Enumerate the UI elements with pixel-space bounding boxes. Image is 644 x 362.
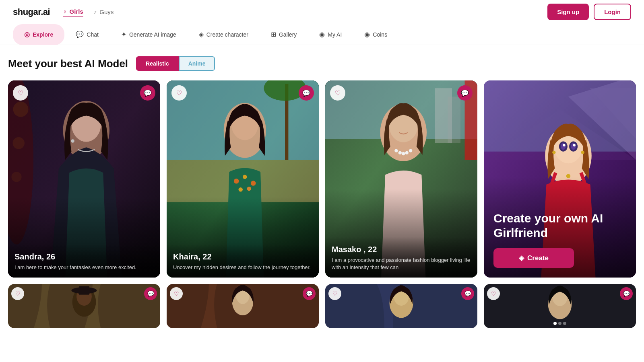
- bottom-card-2-image: [167, 284, 319, 328]
- nav-coins-label: Coins: [373, 31, 387, 38]
- card-info-khaira: Khaira, 22 Uncover my hidden desires and…: [167, 244, 319, 278]
- nav-item-coins[interactable]: ◉ Coins: [353, 24, 398, 45]
- gender-tab-girls[interactable]: ♀ Girls: [63, 6, 83, 17]
- bottom-card-3[interactable]: ♡ 💬: [325, 284, 477, 328]
- style-btn-realistic[interactable]: Realistic: [136, 56, 179, 71]
- chat-icon-bc2: 💬: [306, 290, 313, 297]
- nav-generate-label: Generate AI image: [129, 31, 176, 38]
- bottom-card-3-image: [325, 284, 477, 328]
- svg-point-42: [571, 143, 576, 150]
- card-info-masako: Masako , 22 I am a provocative and passi…: [325, 237, 477, 278]
- like-button-bc3[interactable]: ♡: [328, 287, 341, 300]
- chat-bubble-icon-masako: 💬: [461, 89, 469, 97]
- nav-item-create-character[interactable]: ◈ Create character: [188, 24, 260, 45]
- card-sandra[interactable]: ♡ 💬 Sandra, 26 I am here to make your fa…: [8, 80, 160, 278]
- chat-bubble-icon: 💬: [144, 89, 152, 97]
- nav-item-gallery[interactable]: ⊞ Gallery: [260, 24, 308, 45]
- chat-button-bc2[interactable]: 💬: [303, 287, 316, 300]
- logo-text: shugar.ai: [13, 7, 50, 17]
- login-button[interactable]: Login: [594, 4, 631, 20]
- chat-button-sandra[interactable]: 💬: [140, 85, 155, 101]
- chat-icon: 💬: [76, 31, 84, 38]
- my-ai-icon: ◉: [319, 31, 325, 38]
- chat-bubble-icon-khaira: 💬: [302, 89, 310, 97]
- nav-explore-label: Explore: [33, 31, 53, 38]
- svg-point-31: [409, 149, 412, 152]
- heart-icon-bc4: ♡: [491, 290, 496, 297]
- bottom-card-2[interactable]: ♡ 💬: [167, 284, 319, 328]
- gender-tab-guys[interactable]: ♂ Guys: [93, 6, 114, 17]
- nav-item-generate[interactable]: ✦ Generate AI image: [110, 24, 188, 45]
- style-btn-anime[interactable]: Anime: [179, 56, 215, 71]
- card-desc-khaira: Uncover my hidden desires and follow the…: [173, 264, 312, 271]
- svg-point-17: [251, 181, 256, 186]
- heart-icon-bc1: ♡: [15, 290, 21, 297]
- card-name-khaira: Khaira, 22: [173, 252, 312, 261]
- create-char-icon: ◈: [199, 31, 204, 38]
- dots-indicator: [553, 322, 566, 325]
- logo: shugar.ai: [13, 7, 50, 17]
- gender-tabs: ♀ Girls ♂ Guys: [63, 6, 114, 17]
- like-button-bc1[interactable]: ♡: [11, 287, 24, 300]
- card-masako[interactable]: ♡ 💬 Masako , 22 I am a provocative and p…: [325, 80, 477, 278]
- header-actions: Sign up Login: [547, 4, 631, 20]
- like-button-bc2[interactable]: ♡: [170, 287, 183, 300]
- like-button-sandra[interactable]: ♡: [13, 85, 28, 101]
- create-wand-icon: ◈: [519, 254, 524, 262]
- svg-point-30: [405, 151, 408, 154]
- chat-button-bc4[interactable]: 💬: [620, 287, 633, 300]
- male-icon: ♂: [93, 9, 97, 15]
- female-icon: ♀: [63, 8, 67, 15]
- create-card-title: Create your own AI Girlfriend: [493, 211, 626, 240]
- nav-create-char-label: Create character: [206, 31, 248, 38]
- heart-icon-bc3: ♡: [332, 290, 338, 297]
- svg-point-15: [234, 179, 239, 184]
- svg-point-43: [563, 144, 565, 146]
- section-header: Meet your best AI Model Realistic Anime: [8, 56, 636, 71]
- cards-grid: ♡ 💬 Sandra, 26 I am here to make your fa…: [8, 80, 636, 278]
- nav-item-explore[interactable]: ◎ Explore: [13, 24, 64, 45]
- heart-icon: ♡: [18, 89, 23, 97]
- nav-chat-label: Chat: [87, 31, 99, 38]
- create-girlfriend-card[interactable]: Create your own AI Girlfriend ◈ Create: [484, 80, 636, 278]
- svg-point-18: [239, 187, 243, 192]
- chat-button-bc1[interactable]: 💬: [144, 287, 157, 300]
- svg-point-28: [398, 151, 402, 154]
- chat-button-khaira[interactable]: 💬: [299, 85, 314, 101]
- section-title: Meet your best AI Model: [8, 58, 128, 70]
- header: shugar.ai ♀ Girls ♂ Guys Sign up Login: [0, 0, 644, 24]
- style-buttons: Realistic Anime: [136, 56, 215, 71]
- nav-item-my-ai[interactable]: ◉ My AI: [308, 24, 353, 45]
- svg-rect-23: [448, 97, 461, 143]
- chat-icon-bc3: 💬: [464, 290, 471, 297]
- bottom-card-1-image: [8, 284, 160, 328]
- chat-button-masako[interactable]: 💬: [457, 85, 473, 101]
- bottom-card-4[interactable]: ♡ 💬: [484, 284, 636, 328]
- signup-button[interactable]: Sign up: [547, 4, 589, 20]
- svg-rect-52: [79, 286, 89, 295]
- dot-3: [563, 322, 566, 325]
- create-btn-label: Create: [527, 254, 549, 262]
- svg-point-16: [243, 175, 247, 179]
- card-info-sandra: Sandra, 26 I am here to make your fantas…: [8, 244, 160, 278]
- like-button-masako[interactable]: ♡: [330, 85, 345, 101]
- svg-point-41: [561, 143, 566, 150]
- like-button-bc4[interactable]: ♡: [487, 287, 500, 300]
- nav-item-chat[interactable]: 💬 Chat: [64, 24, 110, 45]
- chat-icon-bc4: 💬: [623, 290, 630, 297]
- card-desc-sandra: I am here to make your fantasies even mo…: [14, 264, 154, 271]
- bottom-card-1[interactable]: ♡ 💬: [8, 284, 160, 328]
- guys-label: Guys: [99, 8, 114, 15]
- card-khaira[interactable]: ♡ 💬 Khaira, 22 Uncover my hidden desires…: [167, 80, 319, 278]
- svg-point-7: [71, 139, 74, 142]
- card-name-sandra: Sandra, 26: [14, 252, 154, 261]
- card-desc-masako: I am a provocative and passionate fashio…: [332, 257, 471, 271]
- chat-icon-bc1: 💬: [147, 290, 154, 297]
- chat-button-bc3[interactable]: 💬: [461, 287, 474, 300]
- bottom-cards-row: ♡ 💬 ♡ 💬: [8, 284, 636, 328]
- nav-my-ai-label: My AI: [328, 31, 342, 38]
- like-button-khaira[interactable]: ♡: [171, 85, 187, 101]
- dot-1: [553, 322, 557, 325]
- create-button[interactable]: ◈ Create: [493, 248, 574, 268]
- svg-point-29: [402, 152, 405, 155]
